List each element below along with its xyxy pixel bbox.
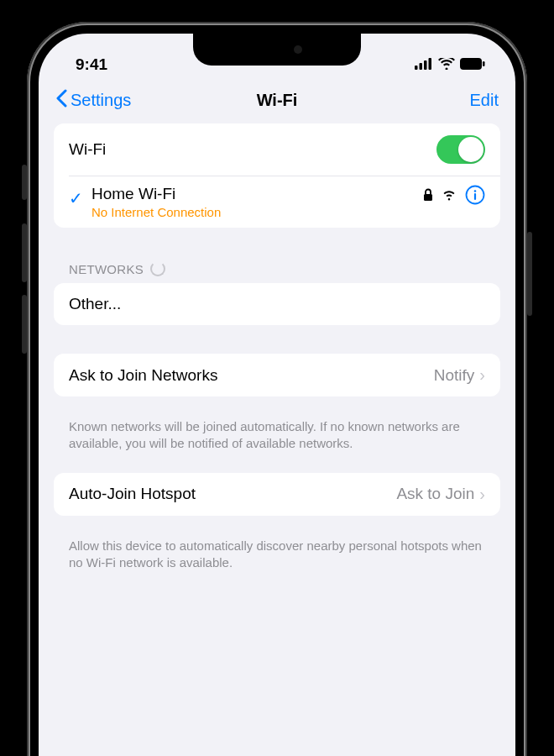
chevron-left-icon	[55, 89, 67, 112]
auto-join-label: Auto-Join Hotspot	[69, 485, 396, 503]
networks-header: NETWORKS	[54, 243, 500, 283]
auto-join-footer: Allow this device to automatically disco…	[54, 531, 500, 592]
nav-bar: Settings Wi-Fi Edit	[39, 81, 515, 123]
info-icon[interactable]	[465, 185, 485, 208]
svg-rect-4	[460, 58, 482, 70]
status-time: 9:41	[76, 55, 107, 74]
ask-to-join-row[interactable]: Ask to Join Networks Notify ›	[54, 354, 500, 396]
cellular-icon	[415, 55, 433, 74]
svg-rect-6	[424, 194, 432, 201]
other-network-row[interactable]: Other...	[54, 283, 500, 325]
back-label: Settings	[71, 91, 131, 110]
svg-point-8	[474, 190, 477, 192]
networks-group: Other...	[54, 283, 500, 325]
chevron-right-icon: ›	[479, 365, 485, 385]
lock-icon	[423, 188, 433, 205]
wifi-toggle[interactable]	[436, 135, 485, 164]
auto-join-value: Ask to Join	[396, 485, 474, 503]
ask-to-join-group: Ask to Join Networks Notify ›	[54, 354, 500, 396]
connected-network-row[interactable]: ✓ Home Wi-Fi No Internet Connection	[69, 176, 500, 228]
wifi-toggle-label: Wi-Fi	[69, 140, 436, 159]
ask-to-join-footer: Known networks will be joined automatica…	[54, 412, 500, 473]
battery-icon	[460, 55, 485, 74]
auto-join-hotspot-row[interactable]: Auto-Join Hotspot Ask to Join ›	[54, 473, 500, 516]
auto-join-hotspot-group: Auto-Join Hotspot Ask to Join ›	[54, 473, 500, 516]
svg-rect-1	[420, 63, 423, 70]
networks-header-label: NETWORKS	[69, 262, 144, 276]
ask-to-join-label: Ask to Join Networks	[69, 366, 434, 385]
network-name: Home Wi-Fi	[91, 185, 423, 203]
checkmark-icon: ✓	[69, 188, 83, 208]
svg-rect-3	[429, 58, 432, 70]
svg-rect-2	[424, 60, 427, 70]
wifi-signal-icon	[442, 189, 457, 204]
svg-rect-0	[415, 66, 418, 70]
ask-to-join-value: Notify	[434, 366, 475, 385]
page-title: Wi-Fi	[257, 91, 298, 110]
wifi-icon	[438, 55, 455, 74]
network-status: No Internet Connection	[91, 205, 423, 219]
other-label: Other...	[69, 295, 485, 313]
wifi-toggle-row: Wi-Fi	[54, 123, 500, 176]
svg-rect-9	[474, 193, 476, 200]
wifi-main-group: Wi-Fi ✓ Home Wi-Fi No Internet Connectio…	[54, 123, 500, 228]
chevron-right-icon: ›	[479, 485, 485, 504]
svg-rect-5	[483, 61, 485, 66]
loading-spinner-icon	[150, 261, 165, 276]
back-button[interactable]: Settings	[55, 89, 131, 112]
edit-button[interactable]: Edit	[470, 91, 499, 110]
